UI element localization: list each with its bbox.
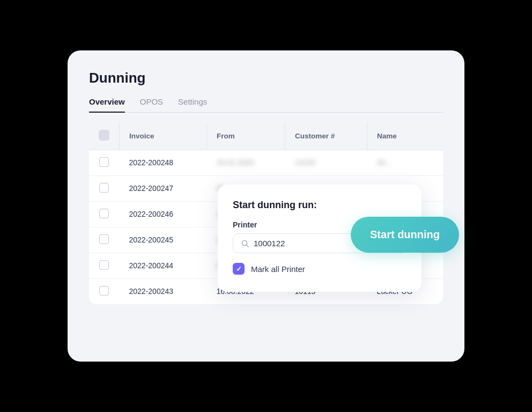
row-checkbox[interactable] — [99, 209, 109, 218]
row-checkbox-cell — [89, 253, 120, 278]
row-checkbox-cell — [89, 150, 120, 175]
main-card: Dunning Overview OPOS Settings Invoice F… — [68, 50, 464, 362]
cell-from: 29.02.2000 — [207, 150, 285, 175]
header-name: Name — [367, 122, 443, 150]
row-checkbox[interactable] — [99, 286, 109, 296]
dunning-popup-overlay: Start dunning run: Printer ✓ Mark all Pr… — [218, 185, 422, 292]
cell-invoice: 2022-200244 — [120, 253, 207, 278]
table-row: 2022-200248 29.02.2000 10100 Ali... — [89, 150, 443, 175]
tab-overview[interactable]: Overview — [89, 97, 125, 113]
popup-title: Start dunning run: — [233, 200, 407, 211]
tab-opos[interactable]: OPOS — [140, 97, 163, 113]
cell-customer: 10100 — [285, 150, 367, 175]
cell-invoice: 2022-200243 — [120, 278, 207, 304]
row-checkbox[interactable] — [99, 234, 109, 244]
mark-all-row: ✓ Mark all Printer — [233, 261, 407, 277]
cell-name: Ali... — [367, 150, 443, 175]
row-checkbox-cell — [89, 201, 120, 227]
checkmark-icon: ✓ — [236, 266, 242, 273]
row-checkbox[interactable] — [99, 260, 109, 270]
header-checkbox[interactable] — [99, 130, 109, 141]
tab-settings[interactable]: Settings — [178, 97, 207, 113]
header-checkbox-cell — [89, 122, 120, 150]
row-checkbox-cell — [89, 227, 120, 253]
cell-invoice: 2022-200246 — [120, 201, 207, 227]
cell-invoice: 2022-200247 — [120, 175, 207, 201]
header-customer: Customer # — [285, 122, 367, 150]
page-title: Dunning — [89, 70, 443, 86]
row-checkbox-cell — [89, 278, 120, 304]
row-checkbox[interactable] — [99, 157, 109, 167]
row-checkbox[interactable] — [99, 183, 109, 193]
cell-invoice: 2022-200245 — [120, 227, 207, 253]
header-from: From — [207, 122, 285, 150]
tabs: Overview OPOS Settings — [89, 97, 443, 113]
dunning-popup: Start dunning run: Printer ✓ Mark all Pr… — [218, 185, 422, 292]
table-header-row: Invoice From Customer # Name — [89, 122, 443, 150]
mark-all-checkbox[interactable]: ✓ — [233, 263, 245, 275]
header-invoice: Invoice — [120, 122, 207, 150]
cell-invoice: 2022-200248 — [120, 150, 207, 175]
start-dunning-button[interactable]: Start dunning — [351, 217, 459, 253]
search-icon — [241, 239, 249, 248]
svg-line-1 — [247, 245, 249, 247]
row-checkbox-cell — [89, 175, 120, 201]
mark-all-label: Mark all Printer — [251, 264, 305, 274]
